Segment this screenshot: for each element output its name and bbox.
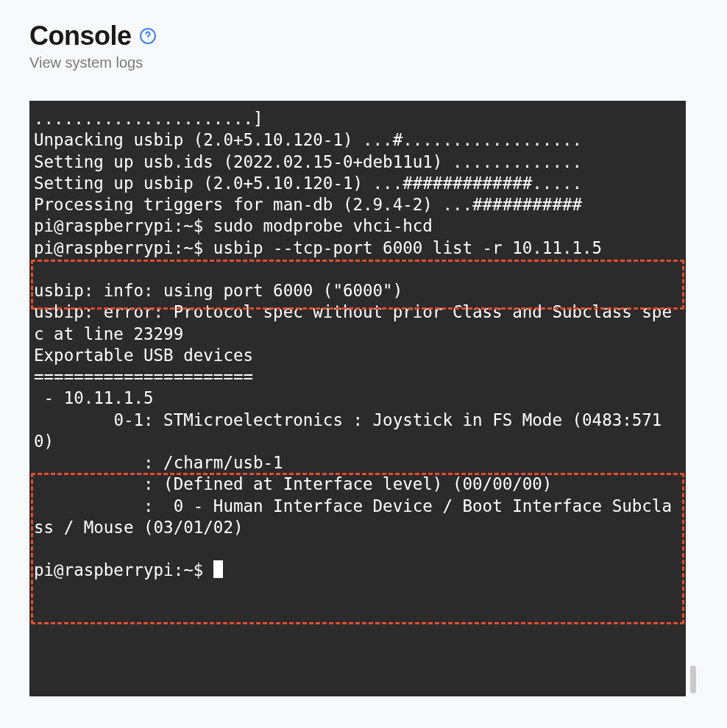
page-subtitle: View system logs xyxy=(29,54,698,71)
console-output[interactable]: ......................] Unpacking usbip … xyxy=(29,101,686,696)
page-title: Console xyxy=(29,21,132,51)
cursor xyxy=(213,560,223,578)
help-icon[interactable] xyxy=(139,27,157,45)
scrollbar-thumb[interactable] xyxy=(690,665,696,693)
scrollbar-track[interactable] xyxy=(689,101,698,696)
console-container: ......................] Unpacking usbip … xyxy=(29,101,698,696)
svg-point-1 xyxy=(147,39,148,40)
